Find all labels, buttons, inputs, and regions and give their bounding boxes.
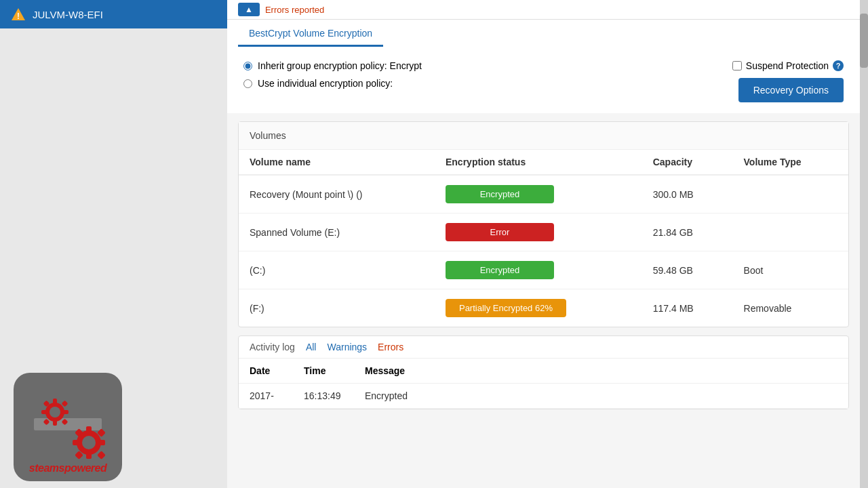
status-badge: Encrypted [446, 185, 554, 203]
volume-status-cell: Partially Encrypted 62% [435, 289, 642, 327]
sidebar-item-julvm[interactable]: ! JULVM-W8-EFI [0, 0, 227, 28]
policy-options: Inherit group encryption policy: Encrypt… [243, 60, 422, 89]
volume-capacity-cell: 300.0 MB [642, 175, 733, 214]
svg-text:!: ! [17, 12, 20, 21]
steam-text-label: steamspowered [29, 462, 106, 474]
inherit-policy-radio[interactable] [243, 62, 252, 70]
policy-right: Suspend Protection ? Recovery Options [732, 60, 844, 102]
volume-capacity-cell: 21.84 GB [642, 214, 733, 251]
errors-reported-text: Errors reported [265, 5, 324, 15]
scrollbar-thumb[interactable] [860, 14, 868, 68]
volume-status-cell: Error [435, 214, 642, 251]
sidebar: ! JULVM-W8-EFI [0, 0, 227, 488]
volume-name-cell: (C:) [239, 251, 435, 289]
sidebar-item-label: JULVM-W8-EFI [33, 9, 103, 20]
volume-name-cell: (F:) [239, 289, 435, 327]
activity-header-row: Date Time Message [239, 359, 848, 384]
policy-section: Inherit group encryption policy: Encrypt… [227, 47, 860, 113]
scrollbar[interactable] [860, 0, 868, 488]
status-badge: Error [446, 223, 554, 241]
errors-triangle-button[interactable]: ▲ [238, 3, 260, 16]
table-row: Recovery (Mount point \) () Encrypted 30… [239, 175, 848, 214]
volume-name-cell: Spanned Volume (E:) [239, 214, 435, 251]
inherit-policy-label: Inherit group encryption policy: Encrypt [258, 60, 422, 71]
warning-triangle-icon: ! [11, 7, 26, 22]
table-row: Spanned Volume (E:) Error 21.84 GB [239, 214, 848, 251]
activity-tab-errors[interactable]: Errors [378, 342, 403, 352]
steam-gear-icon [24, 380, 112, 461]
activity-tab-warnings[interactable]: Warnings [327, 342, 367, 352]
svg-rect-6 [53, 419, 57, 426]
individual-policy-label: Use individual encryption policy: [258, 78, 393, 89]
col-header-date: Date [239, 359, 293, 384]
volumes-table-header-row: Volume name Encryption status Capacity V… [239, 150, 848, 175]
info-icon[interactable]: ? [833, 60, 844, 71]
activity-message-cell: Encrypted [354, 384, 848, 409]
suspend-row: Suspend Protection ? [732, 60, 844, 71]
status-badge: Partially Encrypted 62% [446, 299, 566, 317]
activity-tabs-bar: Activity log All Warnings Errors [239, 336, 848, 359]
svg-point-4 [50, 407, 60, 418]
suspend-protection-checkbox[interactable] [732, 61, 742, 70]
activity-tab-all[interactable]: All [306, 342, 317, 352]
activity-date-cell: 2017- [239, 384, 293, 409]
col-header-capacity: Capacity [642, 150, 733, 175]
table-row: (F:) Partially Encrypted 62% 117.4 MB Re… [239, 289, 848, 327]
inherit-policy-row: Inherit group encryption policy: Encrypt [243, 60, 422, 71]
svg-rect-8 [62, 410, 68, 414]
volume-type-cell [733, 175, 848, 214]
individual-policy-row: Use individual encryption policy: [243, 78, 422, 89]
volume-type-cell: Boot [733, 251, 848, 289]
tab-bar: BestCrypt Volume Encryption [227, 20, 860, 47]
volumes-section: Volumes Volume name Encryption status Ca… [238, 121, 849, 327]
svg-rect-18 [97, 440, 105, 445]
volumes-header: Volumes [239, 122, 848, 150]
volume-capacity-cell: 117.4 MB [642, 289, 733, 327]
recovery-options-button[interactable]: Recovery Options [738, 78, 844, 102]
svg-rect-10 [62, 401, 68, 407]
status-badge: Encrypted [446, 261, 554, 279]
activity-section: Activity log All Warnings Errors Date Ti… [238, 336, 849, 409]
svg-rect-15 [86, 426, 92, 434]
steam-logo-area: steamspowered [14, 373, 122, 481]
tab-bestcrypt[interactable]: BestCrypt Volume Encryption [238, 20, 383, 47]
svg-rect-5 [53, 399, 57, 405]
list-item: 2017- 16:13:49 Encrypted [239, 384, 848, 409]
volume-status-cell: Encrypted [435, 175, 642, 214]
volume-status-cell: Encrypted [435, 251, 642, 289]
volume-type-cell [733, 214, 848, 251]
errors-reported-bar: ▲ Errors reported [227, 0, 860, 20]
activity-log-label: Activity log [250, 342, 295, 352]
svg-rect-7 [41, 410, 48, 414]
steam-logo-box: steamspowered [14, 373, 122, 481]
col-header-message: Message [354, 359, 848, 384]
col-header-encryption-status: Encryption status [435, 150, 642, 175]
svg-point-14 [82, 436, 96, 449]
volume-capacity-cell: 59.48 GB [642, 251, 733, 289]
table-row: (C:) Encrypted 59.48 GB Boot [239, 251, 848, 289]
main-content: ▲ Errors reported BestCrypt Volume Encry… [227, 0, 860, 488]
suspend-protection-label: Suspend Protection [746, 60, 829, 71]
volume-name-cell: Recovery (Mount point \) () [239, 175, 435, 214]
col-header-volume-name: Volume name [239, 150, 435, 175]
col-header-volume-type: Volume Type [733, 150, 848, 175]
svg-rect-22 [97, 451, 106, 460]
volumes-table: Volume name Encryption status Capacity V… [239, 150, 848, 327]
individual-policy-radio[interactable] [243, 79, 252, 88]
volume-type-cell: Removable [733, 289, 848, 327]
activity-time-cell: 16:13:49 [293, 384, 354, 409]
svg-rect-16 [86, 451, 92, 459]
col-header-time: Time [293, 359, 354, 384]
svg-rect-17 [73, 440, 81, 445]
activity-table: Date Time Message 2017- 16:13:49 Encrypt… [239, 359, 848, 409]
